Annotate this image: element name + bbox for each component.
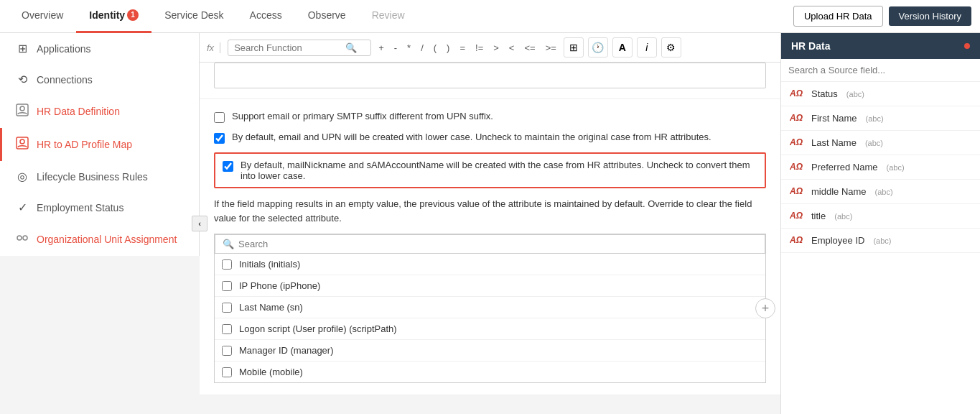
upload-hr-data-button[interactable]: Upload HR Data — [793, 6, 883, 27]
op-equals[interactable]: = — [457, 41, 468, 55]
hr-field-icon: AΩ — [790, 161, 806, 173]
tab-identity[interactable]: Identity 1 — [76, 0, 151, 33]
mailnickname-checkbox[interactable] — [223, 161, 233, 172]
fx-label: fx — [207, 42, 220, 53]
hr-field-middle-name[interactable]: AΩ middle Name (abc) — [781, 180, 980, 204]
sidebar-item-lifecycle-business-rules[interactable]: ◎ Lifecycle Business Rules — [0, 161, 199, 192]
op-greater[interactable]: > — [490, 41, 502, 55]
svg-text:AΩ: AΩ — [790, 186, 803, 196]
tab-service-desk[interactable]: Service Desk — [151, 0, 236, 33]
content-area: Support email or primary SMTP suffix dif… — [200, 99, 780, 395]
op-close-paren[interactable]: ) — [444, 41, 452, 55]
op-multiply[interactable]: * — [404, 41, 414, 55]
main-scroll-area[interactable]: fx 🔍 + - * / ( ) = != > < <= >= ⊞ 🕐 A — [200, 33, 780, 414]
top-navigation: Overview Identity 1 Service Desk Access … — [0, 0, 980, 33]
list-item: Logon script (User profile) (scriptPath) — [215, 318, 765, 340]
op-less-equal[interactable]: <= — [521, 41, 538, 55]
attribute-search-input[interactable] — [238, 239, 757, 249]
search-icon: 🔍 — [345, 42, 357, 53]
svg-point-3 — [20, 139, 24, 144]
sidebar: ⊞ Applications ⟲ Connections HR Data Def… — [0, 33, 200, 256]
add-field-button[interactable]: + — [755, 298, 775, 318]
sidebar-item-employment-status[interactable]: ✓ Employment Status — [0, 192, 199, 223]
item-checkbox-mobile[interactable] — [222, 367, 232, 377]
sidebar-item-connections[interactable]: ⟲ Connections — [0, 64, 199, 95]
hr-panel-search-input[interactable] — [788, 65, 973, 75]
sidebar-item-hr-to-ad-profile-map[interactable]: HR to AD Profile Map — [0, 128, 199, 161]
item-checkbox-ipphone[interactable] — [222, 281, 232, 291]
hr-field-status[interactable]: AΩ Status (abc) — [781, 82, 980, 106]
tab-access[interactable]: Access — [237, 0, 295, 33]
checkbox-row-mailnickname: By default, mailNickname and sAMAccountN… — [214, 152, 766, 188]
tab-observe[interactable]: Observe — [295, 0, 359, 33]
connections-icon: ⟲ — [15, 73, 29, 86]
op-minus[interactable]: - — [391, 41, 400, 55]
settings-icon-button[interactable]: ⚙ — [661, 37, 681, 58]
hr-panel-search-box[interactable] — [781, 59, 980, 82]
clock-icon-button[interactable]: 🕐 — [588, 37, 608, 58]
hr-field-preferred-name[interactable]: AΩ Preferred Name (abc) — [781, 155, 980, 180]
list-item: Initials (initials) — [215, 254, 765, 275]
item-checkbox-lastname[interactable] — [222, 303, 232, 313]
list-item: Last Name (sn) — [215, 297, 765, 318]
list-item: IP Phone (ipPhone) — [215, 275, 765, 297]
hr-field-icon: AΩ — [790, 234, 806, 247]
sidebar-item-organizational-unit[interactable]: Organizational Unit Assignment — [0, 223, 199, 256]
svg-text:AΩ: AΩ — [790, 113, 803, 122]
attribute-search-box[interactable]: 🔍 — [215, 234, 765, 254]
sidebar-collapse-button[interactable]: ‹ — [192, 216, 207, 231]
identity-badge: 1 — [127, 9, 139, 21]
op-less[interactable]: < — [506, 41, 518, 55]
attribute-list-container: 🔍 Initials (initials) IP Phone (ipPhone)… — [214, 234, 766, 383]
hr-field-last-name[interactable]: AΩ Last Name (abc) — [781, 131, 980, 155]
hr-panel-indicator — [964, 43, 970, 49]
hr-field-icon: AΩ — [790, 137, 806, 149]
sidebar-item-hr-data-definition[interactable]: HR Data Definition — [0, 95, 199, 128]
svg-text:AΩ: AΩ — [790, 162, 803, 171]
hr-data-panel: HR Data AΩ Status (abc) AΩ — [780, 33, 980, 414]
text-icon-button[interactable]: A — [612, 37, 633, 58]
item-checkbox-logonscript[interactable] — [222, 324, 232, 334]
info-icon-button[interactable]: i — [637, 37, 657, 58]
svg-point-1 — [20, 106, 24, 111]
org-unit-icon — [15, 231, 29, 247]
op-greater-equal[interactable]: >= — [543, 41, 559, 55]
svg-text:AΩ: AΩ — [790, 211, 803, 220]
hr-data-definition-icon — [15, 104, 29, 119]
svg-text:AΩ: AΩ — [790, 235, 803, 244]
search-icon: 🔍 — [223, 239, 234, 249]
hr-field-employee-id[interactable]: AΩ Employee ID (abc) — [781, 229, 980, 253]
formula-search-input[interactable] — [234, 42, 342, 53]
tab-review[interactable]: Review — [359, 0, 418, 33]
hr-to-ad-icon — [15, 137, 29, 152]
svg-text:AΩ: AΩ — [790, 88, 803, 98]
item-checkbox-manager[interactable] — [222, 346, 232, 356]
svg-point-5 — [23, 236, 27, 240]
info-text: If the field mapping results in an empty… — [214, 197, 766, 225]
grid-icon-button[interactable]: ⊞ — [564, 37, 584, 58]
formula-bar: fx 🔍 + - * / ( ) = != > < <= >= ⊞ 🕐 A — [200, 33, 780, 63]
op-not-equals[interactable]: != — [472, 41, 486, 55]
op-divide[interactable]: / — [418, 41, 426, 55]
op-open-paren[interactable]: ( — [431, 41, 439, 55]
formula-search-box[interactable]: 🔍 — [228, 40, 371, 56]
checkbox-row-lowercase: By default, email and UPN will be create… — [214, 132, 766, 144]
formula-input-row — [200, 63, 780, 99]
hr-field-title[interactable]: AΩ title (abc) — [781, 204, 980, 229]
tab-overview[interactable]: Overview — [9, 0, 76, 33]
hr-field-icon: AΩ — [790, 210, 806, 222]
item-checkbox-initials[interactable] — [222, 259, 232, 270]
hr-panel-header: HR Data — [781, 33, 980, 59]
sidebar-item-applications[interactable]: ⊞ Applications — [0, 33, 199, 64]
op-plus[interactable]: + — [375, 41, 387, 55]
employment-status-icon: ✓ — [15, 201, 29, 214]
smtp-checkbox[interactable] — [214, 112, 225, 123]
lowercase-checkbox[interactable] — [214, 133, 225, 144]
hr-field-first-name[interactable]: AΩ First Name (abc) — [781, 106, 980, 131]
version-history-button[interactable]: Version History — [889, 6, 971, 26]
list-item: Manager ID (manager) — [215, 340, 765, 362]
applications-icon: ⊞ — [15, 42, 29, 55]
checkbox-row-smtp: Support email or primary SMTP suffix dif… — [214, 111, 766, 123]
lifecycle-icon: ◎ — [15, 170, 29, 183]
formula-input-field[interactable] — [214, 63, 766, 88]
